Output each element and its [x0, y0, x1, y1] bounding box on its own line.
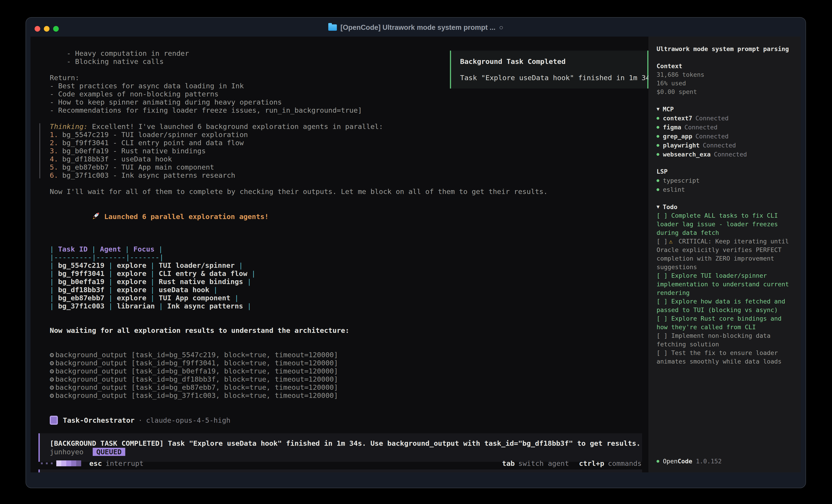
title-spinner-icon: ○ — [499, 24, 503, 32]
progress-gradient-icon — [56, 460, 81, 466]
app-window: [OpenCode] Ultrawork mode system prompt … — [26, 17, 806, 488]
mcp-item: ●context7Connected — [656, 114, 792, 122]
chevron-down-icon: ▼ — [656, 204, 659, 209]
gear-icon: ⚙ — [50, 375, 54, 383]
mcp-heading[interactable]: ▼MCP — [656, 105, 792, 114]
titlebar: [OpenCode] Ultrawork mode system prompt … — [26, 18, 806, 36]
status-dot-icon: ● — [656, 177, 659, 183]
thinking-label: Thinking: — [50, 122, 88, 131]
dot-separator: · — [138, 416, 142, 424]
thinking-block: Thinking: Excellent! I've launched 6 bac… — [50, 122, 642, 179]
status-right-hints: tab switch agent ctrl+p commands — [492, 459, 642, 468]
lsp-heading: LSP — [656, 167, 792, 176]
agent-avatar-icon — [50, 416, 58, 425]
username: junhoyeo — [50, 448, 83, 456]
mcp-section: ▼MCP ●context7Connected ●figmaConnected … — [656, 105, 792, 159]
tool-call-line: ⚙background_output [task_id=bg_f9ff3041,… — [50, 359, 642, 367]
lsp-item: ●typescript — [656, 176, 792, 185]
thinking-list-item: 1.bg_5547c219 - TUI loader/spinner explo… — [50, 131, 642, 139]
thinking-list-item: 5.bg_eb87ebb7 - TUI App main component — [50, 163, 642, 171]
status-dot-icon: ● — [656, 458, 659, 464]
table-separator-row: |---------|-------|-------| — [50, 253, 642, 261]
todo-item: [ ] Explore TUI loader/spinner implement… — [656, 272, 792, 297]
status-bar: esc interrupt tab switch agent ctrl+p co… — [30, 459, 648, 468]
completed-message: [BACKGROUND TASK COMPLETED] Task "Explor… — [50, 439, 642, 447]
lsp-item: ●eslint — [656, 185, 792, 194]
terminal-main-panel: - Heavy computation in render - Blocking… — [30, 36, 648, 472]
agents-table: |Task ID|Agent|Focus| |---------|-------… — [50, 245, 642, 310]
tool-result-line: - Recommendations for fixing loader free… — [50, 106, 642, 114]
thinking-list-item: 6.bg_37f1c003 - Ink async patterns resea… — [50, 171, 642, 179]
context-spent: $0.00 spent — [656, 88, 792, 96]
sidebar: Ultrawork mode system prompt parsing Con… — [648, 36, 801, 472]
session-title: Ultrawork mode system prompt parsing — [656, 45, 792, 53]
activity-spinner-icon — [41, 463, 53, 464]
window-title-area: [OpenCode] Ultrawork mode system prompt … — [26, 21, 806, 34]
todo-item: [ ] Explore Rust core bindings and how t… — [656, 314, 792, 332]
todo-item: [ ] Explore how data is fetched and pass… — [656, 297, 792, 314]
esc-key-label: interrupt — [106, 459, 144, 468]
context-tokens: 31,686 tokens — [656, 71, 792, 79]
waiting-header: Now waiting for all exploration results … — [50, 326, 642, 334]
queued-badge: QUEUED — [93, 448, 125, 456]
gear-icon: ⚙ — [50, 359, 54, 367]
conversation-scroll-area[interactable]: - Heavy computation in render - Blocking… — [30, 36, 648, 425]
background-task-completed-panel: [BACKGROUND TASK COMPLETED] Task "Explor… — [38, 433, 642, 462]
tool-call-line: ⚙background_output [task_id=bg_37f1c003,… — [50, 391, 642, 399]
prompt-input[interactable]: Task-Orchestrator Opus 4.5 High Anthropi… — [38, 470, 642, 472]
table-row: |bg_37f1c003|librarian|Ink async pattern… — [50, 302, 642, 310]
context-heading: Context — [656, 62, 792, 71]
table-row: |bg_eb87ebb7|explore|TUI App component| — [50, 294, 642, 302]
status-dot-icon: ● — [656, 151, 659, 157]
rocket-icon — [92, 212, 100, 220]
thinking-list-item: 3.bg_b0effa19 - Rust native bindings — [50, 147, 642, 155]
lsp-section: LSP ●typescript ●eslint — [656, 167, 792, 194]
todo-item: [ ] Complete ALL tasks to fix CLI loader… — [656, 212, 792, 237]
thinking-intro: Excellent! I've launched 6 background ex… — [88, 122, 383, 131]
context-used: 16% used — [656, 79, 792, 88]
mcp-item: ●websearch_exaConnected — [656, 150, 792, 159]
status-dot-icon: ● — [656, 133, 659, 139]
esc-key-hint: esc — [89, 459, 102, 468]
mcp-item: ●figmaConnected — [656, 122, 792, 132]
agent-name: Task-Orchestrator — [63, 416, 134, 424]
gear-icon: ⚙ — [50, 367, 54, 375]
todo-item: [ ] Test the fix to ensure loader animat… — [656, 348, 792, 366]
gear-icon: ⚙ — [50, 391, 54, 399]
mcp-item: ●playwrightConnected — [656, 141, 792, 150]
table-row: |bg_f9ff3041|explore|CLI entry & data fl… — [50, 270, 642, 278]
gear-icon: ⚙ — [50, 351, 54, 359]
table-row: |bg_df18bb3f|explore|useData hook| — [50, 286, 642, 294]
tool-call-line: ⚙background_output [task_id=bg_5547c219,… — [50, 351, 642, 359]
gear-icon: ⚙ — [50, 383, 54, 391]
agent-model: claude-opus-4-5-high — [146, 416, 230, 424]
thinking-list-item: 2.bg_f9ff3041 - CLI entry point and data… — [50, 139, 642, 147]
table-header-row: |Task ID|Agent|Focus| — [50, 245, 642, 253]
queued-row: junhoyeo QUEUED — [50, 448, 642, 456]
toast-message: Task "Explore useData hook" finished in … — [460, 74, 647, 82]
todo-section: ▼Todo [ ] Complete ALL tasks to fix CLI … — [656, 202, 792, 366]
chevron-down-icon: ▼ — [656, 106, 659, 112]
toast-notification[interactable]: Background Task Completed Task "Explore … — [450, 51, 648, 88]
app-version: 1.0.152 — [696, 458, 722, 465]
ctrlp-key-hint: ctrl+p — [579, 459, 604, 468]
tool-result-line: - Code examples of non-blocking patterns — [50, 90, 642, 98]
app-version-footer: ●OpenCode1.0.152 — [656, 456, 722, 466]
launch-headline: Launched 6 parallel exploration agents! — [50, 204, 642, 229]
status-dot-icon: ● — [656, 115, 659, 120]
todo-heading[interactable]: ▼Todo — [656, 202, 792, 212]
brand-code: Code — [678, 458, 692, 465]
warning-icon: ⚠ — [669, 238, 673, 245]
context-section: Context 31,686 tokens 16% used $0.00 spe… — [656, 62, 792, 96]
todo-item: [ ] Implement non-blocking data fetching… — [656, 332, 792, 348]
tool-call-line: ⚙background_output [task_id=bg_df18bb3f,… — [50, 375, 642, 383]
status-dot-icon: ● — [656, 124, 659, 130]
tool-result-line: - How to keep spinner animating during h… — [50, 98, 642, 106]
tab-key-hint: tab — [502, 459, 515, 468]
brand-open: Open — [663, 458, 678, 465]
table-row: |bg_b0effa19|explore|Rust native binding… — [50, 278, 642, 286]
toast-title: Background Task Completed — [460, 57, 647, 65]
mcp-item: ●grep_appConnected — [656, 132, 792, 141]
tool-call-list: ⚙background_output [task_id=bg_5547c219,… — [50, 351, 642, 399]
ctrlp-key-label: commands — [608, 459, 642, 468]
